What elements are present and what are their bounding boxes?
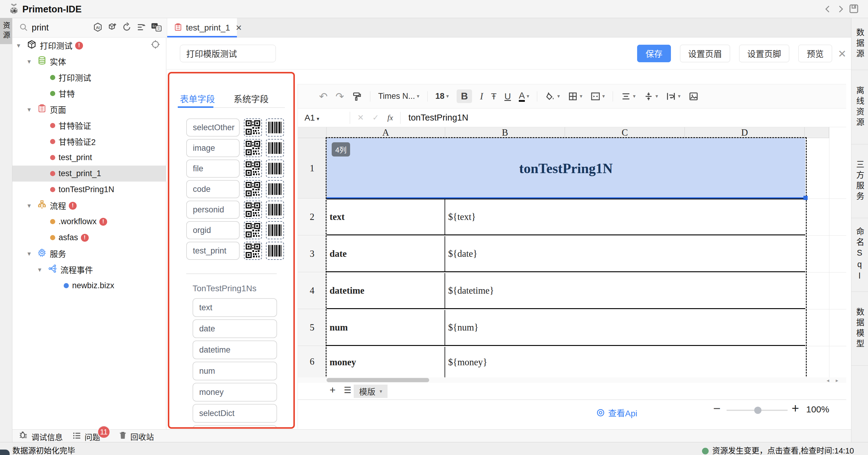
tree-item-entity[interactable]: 打印测试 — [12, 69, 166, 85]
chevron-down-icon[interactable]: ▾ — [28, 202, 34, 210]
nav-forward-icon[interactable] — [836, 4, 845, 15]
tree-item-bizx[interactable]: newbiz.bizx — [12, 278, 166, 294]
group-field-pill[interactable]: money — [192, 383, 277, 401]
row-header[interactable]: 5 — [298, 309, 327, 346]
font-size-select[interactable]: 18▾ — [435, 91, 449, 101]
chevron-down-icon[interactable]: ▾ — [17, 42, 24, 50]
undo-icon[interactable]: ↶ — [319, 90, 328, 103]
tree-item-flow-event-group[interactable]: ▾ 流程事件 — [12, 262, 166, 278]
strikethrough-icon[interactable]: Ŧ — [491, 91, 496, 102]
underline-icon[interactable]: U — [504, 91, 511, 102]
row-value-cell[interactable]: ${date} — [445, 236, 805, 271]
chevron-down-icon[interactable]: ▾ — [380, 388, 382, 395]
ai-assistant-icon[interactable]: AI — [93, 22, 103, 33]
qr-code-button[interactable] — [244, 160, 262, 178]
italic-icon[interactable]: I — [480, 91, 483, 102]
sheet-list-icon[interactable]: ☰ — [344, 385, 351, 395]
group-field-pill[interactable]: num — [192, 362, 277, 380]
tree-item-service-group[interactable]: ▾ 服务 — [12, 246, 166, 262]
new-resource-icon[interactable] — [107, 22, 117, 33]
row-label-cell[interactable]: date — [327, 236, 445, 271]
barcode-button[interactable] — [266, 160, 284, 178]
row-header[interactable]: 3 — [298, 235, 327, 272]
qr-code-button[interactable] — [244, 221, 262, 239]
font-color-icon[interactable]: A▾ — [519, 91, 529, 102]
problems-button[interactable]: 问题 — [72, 431, 100, 443]
view-api-link[interactable]: 查看Api — [596, 407, 637, 419]
column-header-a[interactable]: A — [327, 127, 445, 138]
set-page-header-button[interactable]: 设置页眉 — [680, 45, 730, 62]
tree-item-entity-group[interactable]: ▾ 实体 — [12, 54, 166, 69]
table-row[interactable]: num ${num} — [327, 310, 805, 346]
fill-color-icon[interactable]: ▾ — [545, 91, 560, 102]
zoom-slider-thumb[interactable] — [754, 407, 762, 414]
activity-tab-resources[interactable]: 资源 — [0, 18, 12, 44]
sheet-tab-template[interactable]: 模版 ▾ — [354, 385, 388, 398]
cancel-entry-icon[interactable]: ✕ — [357, 113, 364, 122]
table-row[interactable]: datetime ${datetime} — [327, 273, 805, 309]
field-pill[interactable]: code — [186, 180, 240, 198]
corner-cell[interactable] — [298, 127, 327, 138]
scrollbar-thumb[interactable] — [327, 378, 429, 382]
refresh-icon[interactable] — [122, 22, 132, 33]
tree-item-page[interactable]: 甘特验证2 — [12, 134, 166, 149]
text-wrap-icon[interactable]: ▾ — [666, 91, 681, 102]
debug-info-button[interactable]: 调试信息 — [19, 431, 63, 443]
row-value-cell[interactable]: ${num} — [445, 310, 805, 345]
tree-item-page-selected[interactable]: test_print_1 — [12, 166, 166, 181]
field-pill[interactable]: image — [186, 139, 240, 157]
row-label-cell[interactable]: money — [327, 347, 445, 377]
tab-test-print-1[interactable]: test_print_1 ✕ — [167, 18, 237, 37]
barcode-button[interactable] — [266, 118, 284, 137]
barcode-button[interactable] — [266, 242, 284, 260]
row-label-cell[interactable]: num — [327, 310, 445, 345]
field-pill[interactable]: personid — [186, 201, 240, 219]
row-header[interactable]: 4 — [298, 272, 327, 309]
barcode-button[interactable] — [266, 139, 284, 157]
field-pill[interactable]: test_print — [186, 242, 240, 260]
save-file-icon[interactable] — [849, 4, 859, 15]
font-family-select[interactable]: Times N...▾ — [378, 91, 420, 101]
function-icon[interactable]: fx — [388, 113, 393, 122]
barcode-button[interactable] — [266, 221, 284, 239]
tree-item-package[interactable]: ▾ 打印测试 ! — [12, 37, 166, 54]
horizontal-align-icon[interactable]: ▾ — [621, 91, 636, 102]
tree-item-page-group[interactable]: ▾ 页面 — [12, 102, 166, 117]
chevron-down-icon[interactable]: ▾ — [28, 106, 34, 114]
row-header[interactable]: 1 — [298, 138, 327, 199]
tab-third-party-services[interactable]: 三方服务 — [851, 144, 868, 218]
locate-icon[interactable] — [151, 39, 160, 51]
bold-icon[interactable]: B — [457, 89, 472, 103]
group-field-pill[interactable]: datetime — [192, 341, 277, 359]
redo-icon[interactable]: ↷ — [336, 90, 344, 103]
nav-back-icon[interactable] — [823, 4, 832, 15]
tree-item-page[interactable]: test_print — [12, 149, 166, 166]
qr-code-button[interactable] — [244, 139, 262, 157]
field-pill[interactable]: orgid — [186, 221, 240, 239]
field-pill[interactable]: selectOther — [186, 118, 240, 137]
selection-handle[interactable] — [803, 196, 808, 200]
insert-image-icon[interactable] — [688, 91, 699, 102]
set-page-footer-button[interactable]: 设置页脚 — [739, 45, 789, 62]
barcode-button[interactable] — [266, 180, 284, 198]
row-value-cell[interactable]: ${money} — [445, 347, 805, 377]
group-field-pill[interactable]: date — [192, 319, 277, 338]
search-input[interactable] — [32, 23, 92, 33]
column-header-partial[interactable] — [805, 127, 829, 138]
chevron-down-icon[interactable]: ▾ — [28, 58, 34, 65]
zoom-out-icon[interactable]: − — [713, 401, 721, 416]
zoom-in-icon[interactable]: + — [792, 401, 799, 416]
merge-cells-icon[interactable]: ▾ — [590, 91, 605, 102]
merged-title-cell[interactable]: tonTestPring1N — [327, 138, 805, 199]
translate-icon[interactable]: En文 — [151, 22, 162, 34]
preview-button[interactable]: 预览 — [798, 45, 832, 62]
tree-item-flow-group[interactable]: ▾ 流程 ! — [12, 198, 166, 214]
confirm-entry-icon[interactable]: ✓ — [372, 113, 379, 122]
row-value-cell[interactable]: ${text} — [445, 199, 805, 234]
table-row[interactable]: date ${date} — [327, 236, 805, 272]
qr-code-button[interactable] — [244, 201, 262, 219]
column-header-b[interactable]: B — [445, 127, 565, 138]
group-field-pill-clipped[interactable] — [192, 425, 277, 429]
format-painter-icon[interactable] — [352, 91, 362, 102]
tree-item-workflow[interactable]: .workflowx ! — [12, 214, 166, 230]
